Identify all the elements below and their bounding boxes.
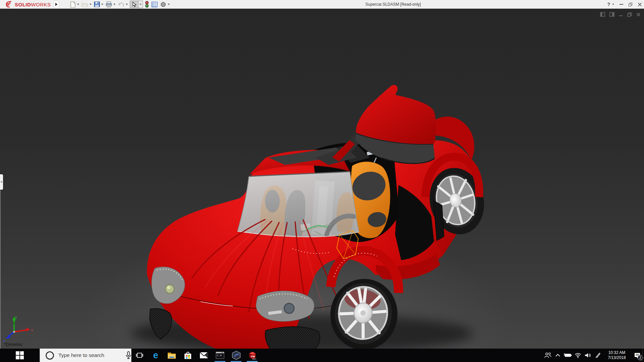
- open-folder-icon: [82, 2, 88, 7]
- people-button[interactable]: [543, 349, 553, 362]
- select-tool-pressed[interactable]: [130, 1, 138, 8]
- front-grille-center[interactable]: [265, 326, 320, 349]
- doc-close-icon[interactable]: [636, 12, 641, 17]
- window-controls: ?: [607, 0, 642, 9]
- show-pane-right-icon[interactable]: [609, 12, 614, 17]
- undo-button[interactable]: [117, 0, 128, 8]
- solidworks-2017-button[interactable]: SW 2017: [244, 349, 260, 362]
- cortana-search-icon: [45, 351, 54, 360]
- dropdown-caret-icon[interactable]: [90, 4, 92, 5]
- view-orientation-label: *Dimetric: [4, 342, 22, 347]
- minimize-button[interactable]: [620, 4, 623, 5]
- panel-tab-grip-icon: [1, 181, 2, 183]
- task-view-icon: [136, 352, 143, 358]
- quick-access-toolbar: [70, 0, 170, 9]
- pinned-apps: e: [131, 349, 260, 362]
- undo-arrow-icon: [118, 2, 124, 7]
- hexagon-app-button[interactable]: [228, 349, 244, 362]
- doc-minimize-icon[interactable]: [619, 12, 623, 16]
- dropdown-caret-icon[interactable]: [168, 4, 170, 5]
- windshield[interactable]: [237, 172, 359, 237]
- volume-icon: [585, 353, 591, 358]
- save-floppy-icon: [94, 1, 100, 7]
- battery-charging-icon: [564, 353, 572, 358]
- select-cursor-icon: [132, 2, 137, 7]
- headlight-right[interactable]: [256, 291, 314, 321]
- action-center-button[interactable]: 2: [631, 349, 644, 362]
- microphone-icon[interactable]: [125, 351, 131, 359]
- gullwing-door[interactable]: [315, 85, 436, 165]
- orientation-triad[interactable]: y x z: [3, 314, 35, 343]
- solidworks-logo: SOLIDWORKS: [5, 1, 51, 8]
- supercar-3d-model[interactable]: [0, 0, 644, 362]
- display-options-button[interactable]: [151, 0, 158, 8]
- wifi-icon: [575, 353, 581, 358]
- logo-flyout-button[interactable]: [54, 1, 59, 8]
- document-window-controls: [600, 12, 641, 17]
- show-pane-left-icon[interactable]: [600, 12, 605, 17]
- edge-icon: e: [153, 351, 158, 360]
- ds-logo-icon: [5, 1, 13, 8]
- graphics-viewport[interactable]: y x z *Dimetric: [0, 9, 644, 349]
- restore-button[interactable]: [629, 3, 632, 6]
- logo-works: WORKS: [31, 2, 51, 7]
- volume-button[interactable]: [583, 349, 593, 362]
- new-document-icon: [70, 1, 76, 8]
- dropdown-caret-icon[interactable]: [77, 4, 79, 5]
- store-button[interactable]: [180, 349, 196, 362]
- panel-edge-line: [0, 190, 1, 349]
- show-desktop-button[interactable]: [642, 349, 644, 362]
- command-prompt-icon: C:\: [216, 352, 224, 359]
- new-document-button[interactable]: [70, 0, 79, 8]
- close-button[interactable]: [638, 2, 642, 7]
- help-button[interactable]: ?: [607, 2, 610, 7]
- print-button[interactable]: [105, 0, 116, 8]
- people-icon: [544, 352, 551, 358]
- command-prompt-button[interactable]: C:\: [212, 349, 228, 362]
- tray-overflow-button[interactable]: [553, 349, 563, 362]
- dropdown-caret-icon[interactable]: [101, 4, 103, 5]
- windows-taskbar: e: [0, 349, 644, 362]
- select-tool-dropdown[interactable]: [138, 1, 143, 8]
- solidworks-window: SOLIDWORKS: [0, 0, 644, 362]
- file-explorer-button[interactable]: [164, 349, 180, 362]
- door-outer-panel[interactable]: [356, 85, 436, 145]
- task-view-button[interactable]: [131, 349, 148, 362]
- triad-y-label: y: [15, 315, 17, 319]
- search-input[interactable]: [54, 349, 125, 361]
- mail-button[interactable]: [196, 349, 212, 362]
- windows-ink-button[interactable]: [593, 349, 603, 362]
- dropdown-caret-icon[interactable]: [113, 4, 115, 5]
- network-button[interactable]: [573, 349, 583, 362]
- select-tool-button[interactable]: [130, 1, 143, 8]
- collapsed-panel-tab[interactable]: [0, 174, 3, 190]
- settings-button[interactable]: [160, 0, 170, 8]
- taskbar-search[interactable]: [40, 349, 131, 362]
- store-icon: [184, 351, 192, 360]
- help-dropdown-caret-icon[interactable]: [612, 4, 614, 5]
- battery-button[interactable]: [563, 349, 573, 362]
- start-button[interactable]: [0, 349, 40, 362]
- solidworks-2017-icon: SW 2017: [248, 351, 257, 360]
- print-icon: [106, 1, 112, 7]
- options-list-icon: [151, 2, 158, 7]
- logo-solid: SOLID: [15, 2, 31, 7]
- svg-text:2017: 2017: [252, 358, 256, 360]
- windows-logo-icon: [15, 351, 24, 360]
- save-button[interactable]: [94, 0, 104, 8]
- file-explorer-icon: [167, 352, 176, 359]
- clock-time: 10:32 AM: [604, 350, 629, 355]
- title-bar: SOLIDWORKS: [0, 0, 644, 9]
- mail-icon: [200, 352, 208, 359]
- rebuild-button[interactable]: [145, 0, 149, 8]
- doc-restore-icon[interactable]: [627, 12, 632, 17]
- taskbar-clock[interactable]: 10:32 AM 7/13/2018: [604, 350, 629, 360]
- chevron-up-icon: [555, 354, 560, 357]
- edge-button[interactable]: e: [148, 349, 164, 362]
- open-button[interactable]: [81, 0, 92, 8]
- dropdown-caret-icon: [140, 4, 142, 5]
- flyout-arrow-icon: [55, 3, 57, 6]
- hexagon-app-icon: [232, 351, 241, 360]
- clock-date: 7/13/2018: [604, 355, 629, 360]
- dropdown-caret-icon[interactable]: [126, 4, 128, 5]
